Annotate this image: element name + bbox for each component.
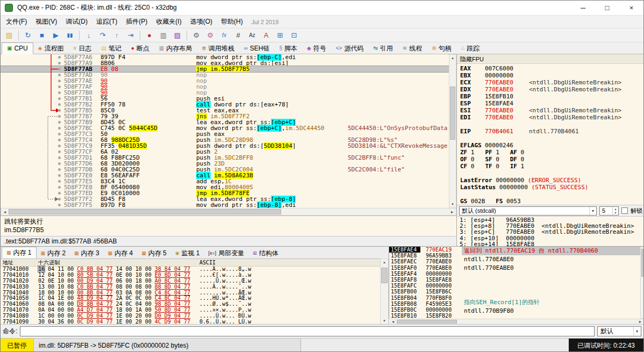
stack-row[interactable]: 15E8FB04770FB8F0 [389, 295, 462, 301]
register-row-esi[interactable]: ESI770EABE0<ntdll.DbgUiRemoteBreakin> [457, 107, 644, 114]
breakpoint-dot-icon[interactable] [58, 180, 61, 183]
tab-seh-chain[interactable]: ∞SEH链 [239, 43, 275, 54]
menu-item[interactable]: 插件(P) [121, 15, 152, 28]
stack-comment-row[interactable]: ntdll.770EABE0 [462, 255, 640, 264]
scroll-thumb[interactable] [641, 249, 643, 277]
scroll-thumb[interactable] [397, 320, 457, 324]
step-over-button[interactable]: ↷ [96, 30, 109, 41]
breakpoint-dot-icon[interactable] [58, 56, 61, 59]
patch-button[interactable]: ▧ [171, 30, 184, 41]
stack-comment-row[interactable] [462, 272, 640, 281]
register-row-ecx[interactable]: ECX770EABE0<ntdll.DbgUiRemoteBreakin> [457, 79, 644, 86]
breakpoint-dot-icon[interactable] [58, 121, 61, 124]
menu-item[interactable]: 调试(D) [61, 15, 92, 28]
breakpoint-dot-icon[interactable] [58, 127, 61, 130]
stack-row[interactable]: 15E8FB0C00000000 [389, 307, 462, 313]
breakpoint-dot-icon[interactable] [58, 150, 61, 153]
settings-button[interactable]: ⚙ [190, 30, 203, 41]
breakpoint-dot-icon[interactable] [58, 204, 61, 206]
tab-memory-2[interactable]: ▦内存 2 [37, 248, 70, 258]
breakpoint-dot-icon[interactable] [58, 162, 61, 165]
tab-script[interactable]: §脚本 [275, 43, 303, 54]
tab-memory-4[interactable]: ▦内存 4 [104, 248, 138, 258]
breakpoint-dot-icon[interactable] [58, 192, 61, 195]
unlock-checkbox[interactable] [621, 207, 628, 214]
stack-row[interactable]: 15E8FB0015E8FB6C [389, 289, 462, 294]
breakpoint-dot-icon[interactable] [58, 62, 61, 64]
run-button[interactable]: ▶ [49, 30, 62, 41]
tab-struct[interactable]: ⊞结构体 [248, 248, 283, 258]
disasm-row[interactable]: 5D8F77F5897D F8mov dword ptr ss:[ebp-8],… [1, 202, 456, 208]
scroll-right-icon[interactable]: ► [448, 209, 456, 215]
tab-watch-1[interactable]: ◉监视 1 [171, 248, 204, 258]
stack-row[interactable]: 15E8FAFC00000000 [389, 283, 462, 289]
tab-trace[interactable]: ∴跟踪 [456, 43, 484, 54]
breakpoint-dot-icon[interactable] [58, 156, 61, 159]
stack-arg-row[interactable]: 3: [esp+C] 770EABE0 <ntdll.DbgUiRemoteBr… [457, 229, 644, 235]
breakpoint-dot-icon[interactable] [58, 85, 61, 88]
register-row-eax[interactable]: EAX007C6000 [457, 65, 644, 72]
register-row-edx[interactable]: EDX770EABE0<ntdll.DbgUiRemoteBreakin> [457, 86, 644, 93]
scroll-left-icon[interactable]: ◄ [1, 209, 9, 215]
stack-comment-row[interactable]: 指向SEH_Record[1]的指针 [462, 298, 640, 307]
breakpoint-dot-icon[interactable] [58, 186, 61, 189]
scroll-down-icon[interactable]: ▼ [449, 201, 456, 207]
spin-up-icon[interactable]: ▴ [613, 207, 618, 211]
breakpoint-dot-icon[interactable] [58, 145, 61, 147]
windows-button[interactable]: ⊞ [274, 30, 287, 41]
tab-handles[interactable]: ⊕句柄 [427, 43, 456, 54]
breakpoint-dot-icon[interactable] [58, 115, 61, 118]
menu-item[interactable]: 视图(V) [31, 15, 61, 28]
tab-notes[interactable]: ▤笔记 [96, 43, 126, 54]
scroll-thumb[interactable] [381, 268, 388, 283]
flags-row[interactable]: ZF 1 PF 1 AF 0 [457, 149, 644, 156]
comments-vertical-scrollbar[interactable] [640, 247, 644, 319]
stop-button[interactable]: ■ [35, 30, 48, 41]
register-row-laststatus[interactable]: LastStatus 00000000 (STATUS_SUCCESS) [457, 184, 644, 191]
register-row-eflags[interactable]: EFLAGS00000246 [457, 142, 644, 149]
restart-button[interactable]: ↻ [22, 30, 34, 41]
breakpoint-dot-icon[interactable] [58, 109, 61, 112]
highlight-button[interactable]: A [260, 30, 273, 41]
close-button[interactable]: × [619, 1, 643, 15]
calculator-button[interactable]: fx [218, 30, 231, 41]
open-file-button[interactable]: ▤ [3, 30, 16, 41]
arg-count-stepper[interactable]: 5 ▴▾ [599, 206, 619, 215]
scroll-up-icon[interactable]: ▲ [381, 259, 388, 265]
command-profile-select[interactable]: 默认 ▾ [597, 326, 641, 336]
stack-row[interactable]: 15E8FAF815E8FAE8 [389, 277, 462, 283]
stack-row[interactable]: 15E8FB1015E8FB20 [389, 313, 462, 319]
tab-cpu[interactable]: ▣CPU [2, 42, 33, 54]
breakpoint-dot-icon[interactable] [58, 174, 61, 177]
register-row-ebx[interactable]: EBX00000000 [457, 72, 644, 79]
stack-row[interactable]: 15E8FAEC770EABE0 [389, 258, 462, 264]
breakpoint-dot-icon[interactable] [58, 74, 61, 76]
strings-button[interactable]: # [232, 30, 245, 41]
pause-button[interactable]: ▮▮ [63, 30, 76, 41]
menu-item[interactable]: 收藏夹(I) [152, 15, 185, 28]
tab-memory-map[interactable]: ▥内存布局 [154, 43, 197, 54]
stack-row[interactable]: 15E8FAE4770EAC19 [389, 247, 462, 253]
register-row-eip[interactable]: EIP770B4061ntdll.770B4061 [457, 128, 644, 135]
menu-item[interactable]: 追踪(T) [92, 15, 121, 28]
command-input[interactable] [20, 326, 595, 336]
flags-row[interactable]: CF 0 TF 0 IF 1 [457, 163, 644, 170]
menu-item[interactable]: 文件(F) [2, 15, 31, 28]
maximize-button[interactable]: □ [595, 1, 619, 15]
scroll-down-icon[interactable]: ▼ [381, 318, 388, 324]
stack-comment-row[interactable] [462, 281, 640, 290]
memory-vertical-scrollbar[interactable]: ▲ ▼ [380, 258, 389, 325]
tab-threads[interactable]: ≋线程 [398, 43, 427, 54]
spin-down-icon[interactable]: ▾ [613, 211, 618, 215]
hide-fpu-button[interactable]: 隐藏FPU [457, 54, 644, 64]
scroll-thumb[interactable] [450, 87, 455, 140]
stack-row[interactable]: 15E8FAF0770EABE0 [389, 265, 462, 271]
stack-comment-row[interactable]: 返回到 ntdll.770EAC19 自 ntdll.770B4060 [462, 247, 640, 255]
tab-graph[interactable]: ◈流程图 [33, 43, 69, 54]
breakpoint-dot-icon[interactable] [58, 139, 61, 141]
tab-source[interactable]: <>源代码 [331, 43, 369, 54]
scroll-right-icon[interactable]: ► [636, 319, 644, 324]
menu-item[interactable]: 帮助(H) [217, 15, 247, 28]
register-row-edi[interactable]: EDI770EABE0<ntdll.DbgUiRemoteBreakin> [457, 114, 644, 121]
minimize-button[interactable]: ─ [571, 1, 595, 15]
